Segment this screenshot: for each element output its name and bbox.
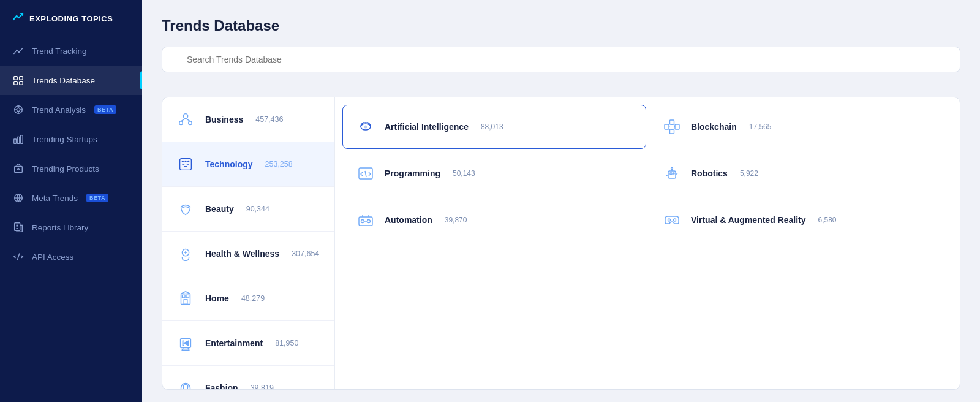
subcat-name-automation: Automation — [385, 215, 432, 225]
subcategory-area: Artificial Intelligence 88,013 — [335, 97, 960, 389]
sidebar-label-trend-tracking: Trend Tracking — [32, 47, 87, 56]
svg-point-70 — [361, 220, 364, 223]
fashion-icon — [175, 377, 197, 389]
sidebar-item-trends-database[interactable]: Trends Database — [0, 66, 142, 95]
svg-rect-63 — [670, 173, 672, 175]
svg-rect-15 — [15, 166, 23, 172]
category-item-home[interactable]: Home 48,279 — [162, 276, 334, 321]
beauty-icon — [175, 198, 197, 220]
subcat-count-blockchain: 17,565 — [749, 123, 772, 131]
svg-rect-41 — [184, 300, 187, 305]
svg-point-51 — [364, 126, 368, 129]
sidebar-item-meta-trends[interactable]: Meta Trends BETA — [0, 183, 142, 213]
subcat-name-ai: Artificial Intelligence — [385, 122, 469, 132]
category-item-health-wellness[interactable]: Health & Wellness 307,654 — [162, 232, 334, 276]
svg-rect-3 — [20, 77, 23, 80]
svg-rect-39 — [182, 295, 185, 298]
subcat-item-blockchain[interactable]: Blockchain 17,565 — [649, 105, 952, 149]
svg-rect-5 — [20, 82, 23, 85]
svg-rect-12 — [14, 139, 17, 143]
svg-rect-2 — [14, 77, 17, 80]
search-wrapper — [162, 47, 960, 85]
subcat-item-vr-ar[interactable]: Virtual & Augmented Reality 6,580 — [649, 198, 952, 242]
reports-library-icon — [12, 221, 24, 233]
svg-rect-13 — [17, 137, 20, 143]
sidebar-item-trending-products[interactable]: Trending Products — [0, 154, 142, 183]
category-list: Business 457,436 T — [162, 97, 335, 389]
sidebar-label-trending-startups: Trending Startups — [32, 135, 97, 144]
subcat-item-automation[interactable]: Automation 39,870 — [342, 198, 646, 242]
svg-point-27 — [179, 121, 183, 125]
ai-icon — [355, 116, 376, 137]
active-indicator — [140, 72, 142, 89]
sidebar: EXPLODING TOPICS Trend Tracking Trends D… — [0, 0, 142, 402]
svg-point-0 — [16, 50, 18, 51]
sidebar-label-trending-products: Trending Products — [32, 164, 99, 173]
subcat-name-programming: Programming — [385, 169, 440, 178]
svg-rect-40 — [186, 295, 189, 298]
category-count-health-wellness: 307,654 — [292, 249, 319, 258]
entertainment-icon — [175, 332, 197, 354]
meta-trends-beta-badge: BETA — [86, 194, 108, 202]
trending-startups-icon — [12, 133, 24, 145]
home-icon — [175, 287, 197, 309]
sidebar-item-trending-startups[interactable]: Trending Startups — [0, 124, 142, 154]
svg-point-36 — [188, 161, 189, 162]
subcat-name-vr-ar: Virtual & Augmented Reality — [691, 215, 805, 225]
programming-icon — [355, 163, 376, 184]
category-name-health-wellness: Health & Wellness — [205, 249, 279, 259]
technology-icon — [175, 153, 197, 175]
sidebar-label-meta-trends: Meta Trends — [32, 194, 78, 203]
logo-text: EXPLODING TOPICS — [29, 14, 113, 23]
subcat-count-vr-ar: 6,580 — [818, 216, 836, 224]
sidebar-item-reports-library[interactable]: Reports Library — [0, 213, 142, 242]
category-count-fashion: 39,819 — [251, 384, 274, 389]
svg-rect-54 — [670, 120, 674, 124]
svg-point-28 — [189, 121, 192, 125]
vr-ar-icon — [662, 210, 682, 230]
svg-point-7 — [17, 108, 20, 111]
logo-area[interactable]: EXPLODING TOPICS — [0, 0, 142, 36]
category-name-technology: Technology — [205, 159, 253, 169]
svg-rect-64 — [673, 173, 674, 174]
main-content: Trends Database — [142, 0, 980, 402]
trend-analysis-beta-badge: BETA — [94, 105, 116, 114]
category-item-beauty[interactable]: Beauty 90,344 — [162, 187, 334, 232]
svg-point-26 — [183, 114, 188, 119]
svg-rect-4 — [14, 82, 17, 85]
category-item-business[interactable]: Business 457,436 — [162, 97, 334, 142]
sidebar-label-api-access: API Access — [32, 252, 74, 262]
page-title: Trends Database — [162, 17, 960, 34]
trend-tracking-icon — [12, 45, 24, 57]
category-name-beauty: Beauty — [205, 204, 234, 214]
svg-point-75 — [674, 219, 676, 221]
subcat-item-ai[interactable]: Artificial Intelligence 88,013 — [342, 105, 646, 149]
sidebar-label-trend-analysis: Trend Analysis — [32, 105, 86, 115]
category-count-home: 48,279 — [241, 294, 265, 303]
subcat-count-ai: 88,013 — [481, 123, 503, 131]
subcat-item-robotics[interactable]: Robotics 5,922 — [649, 151, 952, 195]
health-wellness-icon — [175, 243, 197, 265]
search-input[interactable] — [162, 47, 960, 72]
category-item-fashion[interactable]: Fashion 39,819 — [162, 366, 334, 389]
svg-rect-53 — [675, 124, 679, 129]
subcat-count-automation: 39,870 — [445, 216, 467, 224]
svg-point-71 — [368, 220, 371, 223]
sidebar-item-trend-analysis[interactable]: Trend Analysis BETA — [0, 95, 142, 124]
trends-database-icon — [12, 74, 24, 86]
category-item-technology[interactable]: Technology 253,258 — [162, 142, 334, 187]
svg-point-74 — [668, 219, 671, 221]
logo-icon — [12, 11, 24, 26]
category-count-technology: 253,258 — [265, 160, 293, 169]
sidebar-item-trend-tracking[interactable]: Trend Tracking — [0, 36, 142, 66]
svg-line-23 — [17, 254, 20, 260]
category-count-entertainment: 81,950 — [275, 339, 298, 347]
subcat-item-programming[interactable]: Programming 50,143 — [342, 151, 646, 195]
content-area: Business 457,436 T — [162, 97, 960, 390]
subcat-name-blockchain: Blockchain — [691, 122, 737, 132]
category-item-entertainment[interactable]: Entertainment 81,950 — [162, 321, 334, 366]
trend-analysis-icon — [12, 104, 24, 116]
sidebar-item-api-access[interactable]: API Access — [0, 242, 142, 271]
category-count-beauty: 90,344 — [246, 205, 270, 213]
svg-rect-55 — [670, 129, 674, 134]
